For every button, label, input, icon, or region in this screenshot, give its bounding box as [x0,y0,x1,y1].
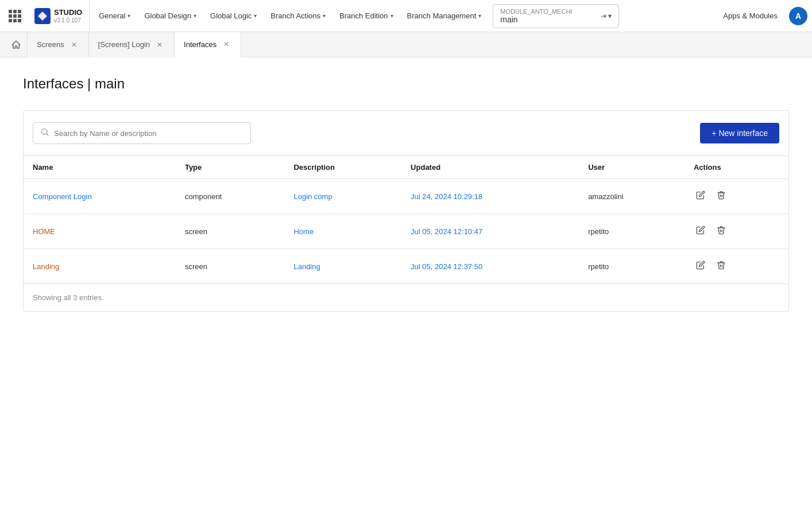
grid-menu-icon[interactable] [5,6,25,26]
search-box[interactable] [33,122,251,144]
tab-close-interfaces[interactable]: ✕ [221,39,231,49]
table-footer: Showing all 3 entries. [24,283,788,311]
cell-type: component [176,179,285,214]
actions-cell [694,188,779,204]
tab-interfaces[interactable]: Interfaces ✕ [175,32,241,57]
cell-user: rpetito [579,214,685,249]
chevron-down-icon: ▾ [127,13,130,19]
col-updated: Updated [401,156,579,179]
col-actions: Actions [685,156,788,179]
nav-general[interactable]: General ▾ [92,0,137,32]
interface-name-link[interactable]: HOME [33,227,55,236]
cell-description: Home [284,214,401,249]
delete-icon[interactable] [714,188,728,204]
nav-apps-modules[interactable]: Apps & Modules [716,11,784,20]
interface-name-link[interactable]: Landing [33,262,59,271]
chevron-down-icon: ▾ [478,13,481,19]
delete-icon[interactable] [714,223,728,239]
col-name: Name [24,156,176,179]
edit-icon[interactable] [694,188,707,204]
cell-updated: Jul 24, 2024 10:29:18 [401,179,579,214]
interfaces-table: Name Type Description Updated User Actio… [24,156,788,283]
cell-actions [685,249,788,284]
tab-screens-login[interactable]: [Screens] Login ✕ [89,32,175,57]
studio-logo-icon [34,8,51,24]
chevron-down-icon: ▾ [323,13,326,19]
cell-user: amazzolini [579,179,685,214]
home-icon [11,40,21,50]
grid-dots [9,10,21,22]
table-header-row: Name Type Description Updated User Actio… [24,156,788,179]
search-icon [40,127,49,139]
table-toolbar: + New interface [24,111,788,156]
nav-global-design[interactable]: Global Design ▾ [137,0,203,32]
cell-name: HOME [24,214,176,249]
cell-actions [685,214,788,249]
chevron-down-icon: ▾ [254,13,257,19]
cell-description: Landing [284,249,401,284]
delete-icon[interactable] [714,258,728,274]
cell-name: Landing [24,249,176,284]
user-avatar[interactable]: A [789,7,807,25]
col-type: Type [176,156,285,179]
page-title: Interfaces | main [23,76,789,92]
top-navigation: STUDIO v3.1.0.107 General ▾ Global Desig… [0,0,812,32]
cell-type: screen [176,214,285,249]
cell-actions [685,179,788,214]
chevron-down-icon: ▾ [194,13,196,19]
module-info: MODULE_ANTO_MECHI main [500,8,596,24]
tab-close-screens[interactable]: ✕ [69,40,79,50]
nav-branch-edition[interactable]: Branch Edition ▾ [332,0,400,32]
table-row: Component Login component Login comp Jul… [24,179,788,214]
studio-brand: STUDIO v3.1.0.107 [54,8,82,24]
cell-type: screen [176,249,285,284]
chevron-down-icon: ▾ [390,13,393,19]
cell-updated: Jul 05, 2024 12:10:47 [401,214,579,249]
nav-global-logic[interactable]: Global Logic ▾ [203,0,264,32]
search-input[interactable] [54,129,243,138]
main-content: Interfaces | main + New interface [0,57,812,330]
table-row: HOME screen Home Jul 05, 2024 12:10:47 r… [24,214,788,249]
actions-cell [694,223,779,239]
studio-logo[interactable]: STUDIO v3.1.0.107 [28,0,90,32]
cell-name: Component Login [24,179,176,214]
cell-user: rpetito [579,249,685,284]
col-description: Description [284,156,401,179]
nav-branch-management[interactable]: Branch Management ▾ [400,0,489,32]
home-tab[interactable] [5,32,28,57]
module-selector[interactable]: MODULE_ANTO_MECHI main ⇥ ▾ [493,4,619,28]
module-expand-icon: ⇥ ▾ [601,12,612,20]
cell-updated: Jul 05, 2024 12:37:50 [401,249,579,284]
new-interface-button[interactable]: + New interface [700,123,779,143]
cell-description: Login comp [284,179,401,214]
interface-description-link[interactable]: Landing [293,262,320,271]
interface-name-link[interactable]: Component Login [33,192,92,201]
col-user: User [579,156,685,179]
table-row: Landing screen Landing Jul 05, 2024 12:3… [24,249,788,284]
nav-branch-actions[interactable]: Branch Actions ▾ [264,0,332,32]
interface-description-link[interactable]: Home [293,227,314,236]
interface-description-link[interactable]: Login comp [293,192,332,201]
tab-screens[interactable]: Screens ✕ [28,32,89,57]
edit-icon[interactable] [694,258,707,274]
interfaces-table-container: + New interface Name Type Description Up… [23,110,789,312]
tabs-bar: Screens ✕ [Screens] Login ✕ Interfaces ✕ [0,32,812,57]
actions-cell [694,258,779,274]
tab-close-screens-login[interactable]: ✕ [154,40,165,50]
edit-icon[interactable] [694,223,707,239]
